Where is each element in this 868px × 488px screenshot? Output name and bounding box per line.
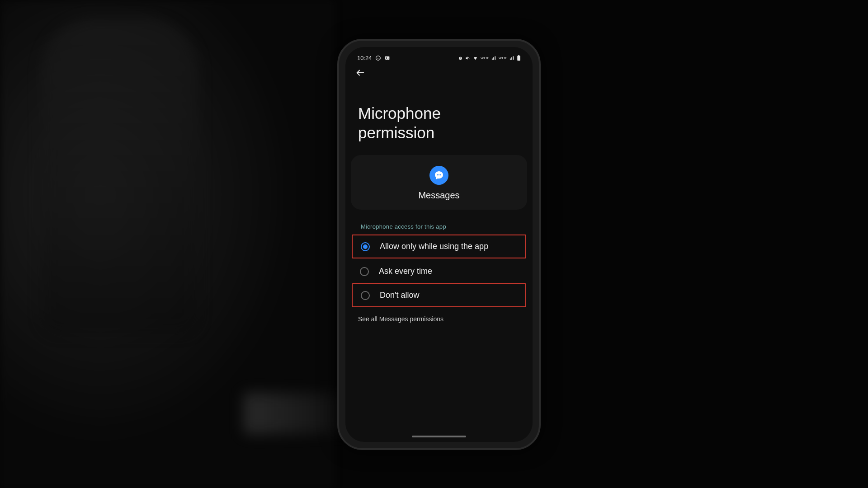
nav-bar: [345, 63, 533, 82]
signal-2-icon: [509, 56, 514, 61]
option-ask-every-time[interactable]: Ask every time: [345, 259, 533, 283]
battery-icon: [517, 55, 521, 61]
radio-icon: [360, 267, 369, 276]
home-indicator[interactable]: [412, 436, 466, 437]
option-label: Don't allow: [380, 291, 419, 300]
svg-rect-5: [517, 56, 520, 61]
status-time: 10:24: [357, 55, 372, 61]
option-label: Allow only while using the app: [380, 242, 488, 251]
svg-line-4: [468, 57, 469, 59]
svg-rect-6: [518, 55, 519, 56]
status-right: VoLTE VoLTE: [458, 55, 521, 61]
svg-point-2: [386, 57, 387, 58]
see-all-permissions-link[interactable]: See all Messages permissions: [345, 307, 533, 331]
mute-icon: [465, 56, 470, 61]
volte-2-icon: VoLTE: [499, 56, 507, 60]
radio-icon: [361, 242, 370, 251]
messages-app-icon: [429, 166, 448, 185]
svg-point-8: [437, 174, 438, 176]
wifi-icon: [472, 56, 478, 61]
title-line-1: Microphone: [358, 104, 520, 123]
volte-1-icon: VoLTE: [481, 56, 489, 60]
signal-1-icon: [491, 56, 496, 61]
phone-screen: 10:24: [345, 47, 533, 442]
svg-point-10: [440, 174, 441, 176]
svg-point-0: [376, 56, 380, 60]
status-bar: 10:24: [345, 47, 533, 63]
whatsapp-icon: [375, 55, 381, 61]
image-icon: [384, 55, 390, 61]
radio-icon: [361, 291, 370, 300]
option-dont-allow[interactable]: Don't allow: [352, 283, 526, 307]
app-name: Messages: [418, 190, 459, 201]
option-allow-while-using[interactable]: Allow only while using the app: [352, 235, 526, 258]
section-label: Microphone access for this app: [345, 218, 533, 235]
phone-frame: 10:24: [337, 39, 541, 450]
option-label: Ask every time: [379, 267, 432, 276]
background-microphone-silhouette: [41, 18, 199, 334]
alarm-icon: [458, 56, 463, 61]
title-line-2: permission: [358, 123, 520, 143]
page-title: Microphone permission: [345, 82, 533, 153]
app-card: Messages: [351, 155, 527, 210]
back-button[interactable]: [355, 68, 365, 78]
status-left: 10:24: [357, 55, 390, 61]
svg-point-9: [439, 174, 440, 176]
